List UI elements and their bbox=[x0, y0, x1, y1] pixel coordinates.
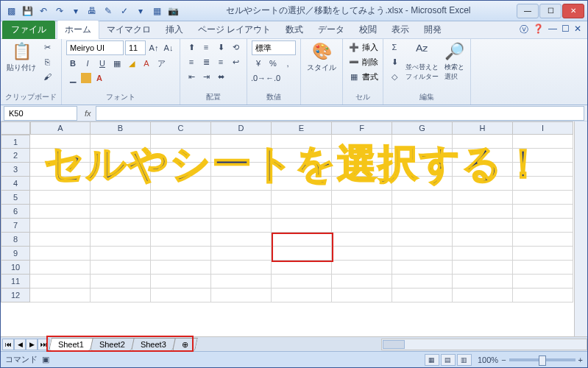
qat-icon[interactable]: 🖶 bbox=[85, 4, 99, 18]
row-header[interactable]: 7 bbox=[1, 219, 30, 233]
paste-button[interactable]: 📋貼り付け bbox=[5, 40, 38, 74]
cell[interactable] bbox=[272, 261, 332, 275]
macro-record-icon[interactable]: ▣ bbox=[42, 355, 49, 364]
align-left-icon[interactable]: ≡ bbox=[185, 55, 198, 68]
align-bottom-icon[interactable]: ⬇ bbox=[214, 40, 227, 54]
cell[interactable] bbox=[211, 233, 272, 247]
cell[interactable] bbox=[211, 205, 272, 219]
cut-icon[interactable]: ✂ bbox=[40, 40, 54, 54]
tab-developer[interactable]: 開発 bbox=[417, 21, 449, 39]
cell[interactable] bbox=[211, 219, 272, 233]
undo-icon[interactable]: ↶ bbox=[36, 4, 51, 18]
tab-insert[interactable]: 挿入 bbox=[158, 21, 191, 39]
align-center-icon[interactable]: ≣ bbox=[199, 55, 213, 68]
delete-cells-button[interactable]: 削除 bbox=[362, 57, 378, 68]
redo-icon[interactable]: ↷ bbox=[52, 4, 67, 18]
zoom-slider[interactable] bbox=[509, 358, 575, 361]
cell[interactable] bbox=[91, 247, 151, 261]
format-cells-button[interactable]: 書式 bbox=[362, 71, 378, 82]
select-all-corner[interactable] bbox=[1, 121, 30, 135]
tab-review[interactable]: 校閲 bbox=[352, 21, 384, 39]
percent-icon[interactable]: % bbox=[266, 57, 280, 70]
autosum-icon[interactable]: Σ bbox=[388, 40, 401, 54]
cell[interactable] bbox=[272, 275, 332, 289]
delete-cells-icon[interactable]: ➖ bbox=[347, 55, 361, 68]
cell[interactable] bbox=[151, 247, 211, 261]
cell[interactable] bbox=[151, 205, 211, 219]
fillcolor-icon[interactable]: ◢ bbox=[125, 57, 138, 70]
cell[interactable] bbox=[513, 191, 573, 205]
col-header[interactable]: E bbox=[272, 121, 332, 135]
cell[interactable] bbox=[211, 191, 272, 205]
number-format-combo[interactable]: 標準 bbox=[252, 40, 296, 55]
sheet-tab-2[interactable]: Sheet2 bbox=[90, 338, 134, 350]
comma-icon[interactable]: , bbox=[281, 57, 294, 70]
cell[interactable] bbox=[513, 275, 573, 289]
qat-icon[interactable]: ✓ bbox=[117, 4, 132, 18]
format-cells-icon[interactable]: ▦ bbox=[347, 70, 361, 83]
insert-cells-button[interactable]: 挿入 bbox=[362, 42, 378, 53]
cell[interactable] bbox=[332, 289, 392, 302]
window-min-icon[interactable]: — bbox=[548, 24, 557, 36]
cell[interactable] bbox=[453, 247, 513, 261]
fill-icon[interactable]: ⬇ bbox=[388, 55, 401, 68]
cell[interactable] bbox=[151, 233, 211, 247]
qat-icon[interactable]: 📷 bbox=[166, 4, 180, 18]
cell[interactable] bbox=[30, 261, 91, 275]
name-box[interactable]: K50 bbox=[4, 106, 77, 121]
col-header[interactable]: B bbox=[91, 121, 151, 135]
qat-icon[interactable]: ▦ bbox=[149, 4, 164, 18]
tab-home[interactable]: ホーム bbox=[57, 20, 99, 40]
cell[interactable] bbox=[91, 289, 151, 302]
minimize-ribbon-icon[interactable]: ⓥ bbox=[520, 24, 528, 36]
cell[interactable] bbox=[91, 275, 151, 289]
cell[interactable] bbox=[332, 275, 392, 289]
window-restore-icon[interactable]: ☐ bbox=[562, 24, 570, 36]
fontcolor2-icon[interactable]: A bbox=[93, 71, 106, 85]
col-header[interactable]: I bbox=[513, 121, 573, 135]
font-size-combo[interactable]: 11 bbox=[125, 40, 146, 55]
row-header[interactable]: 12 bbox=[1, 289, 30, 302]
currency-icon[interactable]: ¥ bbox=[252, 57, 265, 70]
horizontal-scrollbar[interactable] bbox=[381, 339, 587, 350]
cell[interactable] bbox=[392, 261, 453, 275]
cell[interactable] bbox=[91, 191, 151, 205]
cell[interactable] bbox=[332, 247, 392, 261]
col-header[interactable]: F bbox=[332, 121, 392, 135]
cell[interactable] bbox=[392, 205, 453, 219]
col-header[interactable]: A bbox=[30, 121, 91, 135]
phonetic-icon[interactable]: ア bbox=[155, 57, 168, 70]
cell[interactable] bbox=[332, 205, 392, 219]
maximize-button[interactable]: ☐ bbox=[539, 4, 562, 18]
col-header[interactable]: D bbox=[211, 121, 272, 135]
cell[interactable] bbox=[151, 219, 211, 233]
cell[interactable] bbox=[453, 219, 513, 233]
row-header[interactable]: 5 bbox=[1, 191, 30, 205]
cell[interactable] bbox=[392, 191, 453, 205]
zoom-level[interactable]: 100% bbox=[478, 355, 498, 364]
tab-first-icon[interactable]: ⏮ bbox=[2, 339, 14, 350]
view-pagebreak-icon[interactable]: ▥ bbox=[457, 354, 472, 366]
copy-icon[interactable]: ⎘ bbox=[40, 55, 54, 68]
row-header[interactable]: 11 bbox=[1, 275, 30, 289]
cell[interactable] bbox=[513, 219, 573, 233]
orientation-icon[interactable]: ⟲ bbox=[229, 40, 242, 54]
cell[interactable] bbox=[272, 289, 332, 302]
fill-gold-icon[interactable] bbox=[81, 73, 91, 83]
cell[interactable] bbox=[30, 219, 91, 233]
cell[interactable] bbox=[453, 233, 513, 247]
row-header[interactable]: 6 bbox=[1, 205, 30, 219]
view-normal-icon[interactable]: ▦ bbox=[425, 354, 439, 366]
cell[interactable] bbox=[272, 191, 332, 205]
sort-filter-button[interactable]: ᴬᶻ並べ替えと フィルター bbox=[404, 40, 440, 83]
align-top-icon[interactable]: ⬆ bbox=[185, 40, 198, 54]
styles-button[interactable]: 🎨スタイル bbox=[305, 40, 338, 74]
cell[interactable] bbox=[30, 247, 91, 261]
view-pagelayout-icon[interactable]: ▤ bbox=[441, 354, 456, 366]
qat-icon[interactable]: ▾ bbox=[133, 4, 148, 18]
cell[interactable] bbox=[151, 289, 211, 302]
formatpainter-icon[interactable]: 🖌 bbox=[40, 70, 54, 83]
insert-cells-icon[interactable]: ➕ bbox=[347, 40, 361, 54]
font-name-combo[interactable]: Meiryo UI bbox=[66, 40, 124, 55]
col-header[interactable]: C bbox=[151, 121, 211, 135]
